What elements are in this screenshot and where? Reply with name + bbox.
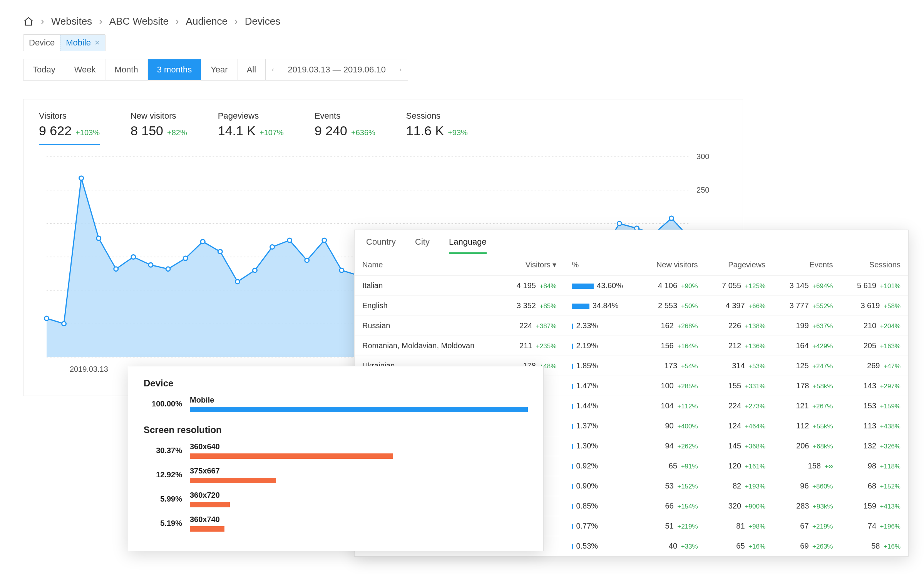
svg-point-16	[166, 267, 170, 271]
cell-pageviews: 314 +53%	[706, 356, 773, 376]
kpi-value: 8 150 +82%	[131, 123, 187, 138]
range-3-months[interactable]: 3 months	[148, 59, 202, 80]
close-icon[interactable]: ×	[95, 38, 100, 48]
cell-pct: 2.19%	[564, 336, 640, 356]
cell-sessions: 205 +163%	[841, 336, 909, 356]
cell-sessions: 74 +196%	[841, 516, 909, 536]
cell-sessions: 58 +16%	[841, 536, 909, 556]
cell-pct: 1.30%	[564, 436, 640, 456]
svg-point-17	[183, 256, 187, 260]
cell-events: 3 777 +552%	[773, 296, 840, 316]
range-year[interactable]: Year	[201, 59, 237, 80]
cell-events: 178 +58k%	[773, 376, 840, 396]
kpi-events[interactable]: Events9 240 +636%	[315, 111, 375, 145]
resolution-row: 12.92%375x667	[144, 467, 528, 483]
kpi-delta: +82%	[167, 128, 187, 137]
cell-pct: 2.33%	[564, 316, 640, 336]
table-row[interactable]: Russian224 +387%2.33%162 +268%226 +138%1…	[355, 316, 908, 336]
kpi-label: Sessions	[406, 111, 468, 121]
cell-pageviews: 224 +273%	[706, 396, 773, 416]
cell-sessions: 269 +47%	[841, 356, 909, 376]
cell-pageviews: 81 +98%	[706, 516, 773, 536]
date-range-text[interactable]: 2019.03.13 — 2019.06.10	[280, 65, 393, 75]
cell-pct: 43.60%	[564, 276, 640, 296]
range-week[interactable]: Week	[65, 59, 105, 80]
res-name: 360x640	[190, 442, 528, 451]
table-row[interactable]: Romanian, Moldavian, Moldovan211 +235%2.…	[355, 336, 908, 356]
kpi-pageviews[interactable]: Pageviews14.1 K +107%	[218, 111, 284, 145]
cell-pct: 1.47%	[564, 376, 640, 396]
breadcrumb-site[interactable]: ABC Website	[109, 15, 169, 27]
res-bar	[190, 453, 393, 459]
svg-point-23	[288, 238, 292, 242]
table-row[interactable]: English3 352 +85%34.84%2 553 +50%4 397 +…	[355, 296, 908, 316]
svg-text:300: 300	[696, 153, 709, 161]
col-events[interactable]: Events	[773, 254, 840, 276]
svg-point-9	[44, 316, 49, 321]
cell-pageviews: 124 +464%	[706, 416, 773, 436]
kpi-new-visitors[interactable]: New visitors8 150 +82%	[131, 111, 187, 145]
cell-events: 67 +219%	[773, 516, 840, 536]
cell-sessions: 159 +413%	[841, 496, 909, 516]
kpi-value: 9 622 +103%	[39, 123, 100, 138]
prev-range-button[interactable]: ‹	[266, 62, 280, 78]
tab-city[interactable]: City	[415, 237, 430, 254]
device-row: 100.00% Mobile	[144, 396, 528, 412]
cell-name: Italian	[355, 276, 501, 296]
filter-chip[interactable]: Device Mobile ×	[23, 34, 105, 51]
cell-sessions: 5 619 +101%	[841, 276, 909, 296]
next-range-button[interactable]: ›	[393, 62, 408, 78]
col-new-visitors[interactable]: New visitors	[640, 254, 705, 276]
cell-pct: 0.90%	[564, 476, 640, 496]
breadcrumb-audience[interactable]: Audience	[186, 15, 228, 27]
col-pageviews[interactable]: Pageviews	[706, 254, 773, 276]
cell-pageviews: 65 +16%	[706, 536, 773, 556]
breadcrumb-websites[interactable]: Websites	[51, 15, 92, 27]
cell-name: English	[355, 296, 501, 316]
svg-point-19	[218, 250, 222, 254]
tab-country[interactable]: Country	[366, 237, 396, 254]
cell-sessions: 153 +159%	[841, 396, 909, 416]
col-name[interactable]: Name	[355, 254, 501, 276]
cell-newvis: 156 +164%	[640, 336, 705, 356]
cell-newvis: 173 +54%	[640, 356, 705, 376]
cell-newvis: 162 +268%	[640, 316, 705, 336]
cell-visitors: 211 +235%	[501, 336, 564, 356]
cell-sessions: 113 +438%	[841, 416, 909, 436]
kpi-label: New visitors	[131, 111, 187, 121]
cell-sessions: 3 619 +58%	[841, 296, 909, 316]
res-bar	[190, 502, 230, 507]
device-heading: Device	[144, 378, 528, 389]
kpi-sessions[interactable]: Sessions11.6 K +93%	[406, 111, 468, 145]
resolution-row: 30.37%360x640	[144, 442, 528, 459]
res-bar	[190, 526, 224, 532]
kpi-delta: +93%	[448, 128, 468, 137]
svg-point-11	[79, 176, 84, 180]
svg-point-42	[617, 222, 621, 226]
cell-pct: 0.53%	[564, 536, 640, 556]
device-panel: Device 100.00% Mobile Screen resolution …	[128, 366, 544, 551]
cell-sessions: 68 +152%	[841, 476, 909, 496]
col-sessions[interactable]: Sessions	[841, 254, 909, 276]
cell-pageviews: 120 +161%	[706, 456, 773, 476]
col-visitors-[interactable]: Visitors ▾	[501, 254, 564, 276]
col--[interactable]: %	[564, 254, 640, 276]
kpi-delta: +103%	[75, 128, 100, 137]
range-today[interactable]: Today	[23, 59, 65, 80]
breadcrumb-devices[interactable]: Devices	[245, 15, 280, 27]
kpi-visitors[interactable]: Visitors9 622 +103%	[39, 111, 100, 145]
chevron-right-icon: ›	[234, 15, 238, 27]
cell-pct: 1.44%	[564, 396, 640, 416]
kpi-value: 14.1 K +107%	[218, 123, 284, 138]
home-icon[interactable]	[23, 16, 34, 27]
range-all[interactable]: All	[238, 59, 265, 80]
res-pct: 12.92%	[144, 470, 182, 479]
range-month[interactable]: Month	[105, 59, 148, 80]
cell-events: 199 +637%	[773, 316, 840, 336]
tab-language[interactable]: Language	[449, 237, 487, 254]
kpi-label: Visitors	[39, 111, 100, 121]
chevron-right-icon: ›	[41, 15, 44, 27]
cell-events: 112 +55k%	[773, 416, 840, 436]
svg-point-21	[253, 268, 257, 272]
table-row[interactable]: Italian4 195 +84%43.60%4 106 +90%7 055 +…	[355, 276, 908, 296]
